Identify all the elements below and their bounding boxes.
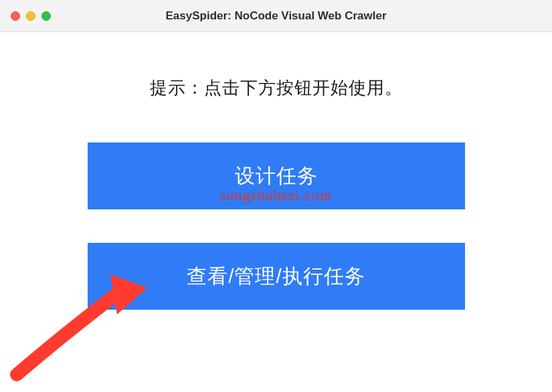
minimize-icon[interactable]: [26, 11, 35, 21]
manage-task-button[interactable]: 查看/管理/执行任务: [88, 243, 465, 310]
main-content: 提示：点击下方按钮开始使用。 设计任务 songshuhezi.com 查看/管…: [0, 32, 552, 310]
window-controls: [11, 11, 51, 21]
app-window: EasySpider: NoCode Visual Web Crawler 提示…: [0, 0, 552, 392]
close-icon[interactable]: [11, 11, 20, 21]
design-task-button[interactable]: 设计任务 songshuhezi.com: [88, 142, 465, 209]
design-task-label: 设计任务: [235, 163, 318, 190]
manage-task-label: 查看/管理/执行任务: [187, 263, 365, 290]
titlebar: EasySpider: NoCode Visual Web Crawler: [0, 0, 552, 32]
maximize-icon[interactable]: [41, 11, 51, 21]
hint-text: 提示：点击下方按钮开始使用。: [150, 76, 403, 100]
window-title: EasySpider: NoCode Visual Web Crawler: [165, 9, 386, 23]
